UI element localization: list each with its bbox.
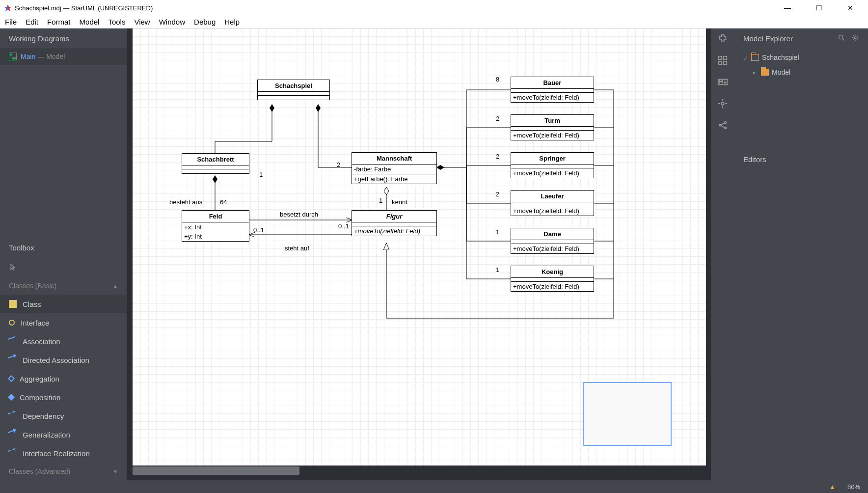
tool-aggregation[interactable]: Aggregation (0, 369, 127, 388)
grid-icon[interactable] (717, 55, 728, 66)
class-feld[interactable]: Feld +x: Int+y: Int (182, 210, 249, 242)
zoom-level[interactable]: 80% (847, 483, 860, 491)
svg-rect-5 (724, 61, 727, 64)
generalization-icon (8, 430, 18, 440)
tool-class[interactable]: Class (0, 295, 127, 313)
search-icon[interactable] (838, 34, 845, 43)
association-icon (8, 336, 18, 347)
tool-generalization[interactable]: Generalization (0, 425, 127, 444)
menu-file[interactable]: File (5, 18, 17, 26)
menu-model[interactable]: Model (80, 18, 100, 26)
canvas-wrap: Schachspiel Schachbrett Mannschaft -farb… (127, 28, 734, 480)
mult-label: 2 (496, 191, 499, 198)
menu-tools[interactable]: Tools (108, 18, 125, 26)
tool-interface[interactable]: Interface (0, 313, 127, 332)
model-tree: ◿ Schachspiel ▸ Model (734, 48, 868, 82)
svg-point-11 (839, 35, 843, 39)
svg-point-9 (725, 122, 727, 124)
diagram-canvas[interactable]: Schachspiel Schachbrett Mannschaft -farb… (133, 28, 706, 466)
assoc-label: steht auf (285, 245, 309, 252)
expand-icon[interactable]: ◿ (743, 55, 748, 60)
cursor-icon (9, 263, 17, 271)
svg-rect-2 (719, 56, 722, 59)
class-mannschaft[interactable]: Mannschaft -farbe: Farbe +getFarbe(): Fa… (352, 152, 437, 184)
class-dame[interactable]: Dame +moveTo(zielfeld: Feld) (511, 228, 594, 254)
mult-label: 64 (220, 198, 227, 206)
mult-label: 2 (337, 161, 340, 168)
svg-point-10 (725, 127, 727, 129)
mult-label: 1 (496, 266, 499, 274)
horizontal-scrollbar[interactable] (133, 466, 299, 475)
extension-icon[interactable] (717, 33, 728, 44)
tool-composition[interactable]: Composition (0, 388, 127, 407)
svg-point-8 (719, 124, 721, 126)
tool-select[interactable] (0, 257, 127, 277)
tool-interface-realization[interactable]: Interface Realization (0, 444, 127, 463)
tool-directed-association[interactable]: Directed Association (0, 351, 127, 369)
warning-icon[interactable]: ▲ (829, 483, 836, 491)
minimap[interactable] (583, 382, 672, 446)
menu-debug[interactable]: Debug (194, 18, 216, 26)
share-icon[interactable] (717, 120, 728, 131)
directed-association-icon (8, 355, 18, 365)
mult-label: 1 (379, 197, 382, 204)
interface-icon (9, 320, 15, 326)
aggregation-icon (8, 375, 15, 382)
class-laeufer[interactable]: Laeufer +moveTo(zielfeld: Feld) (511, 190, 594, 216)
class-koenig[interactable]: Koenig +moveTo(zielfeld: Feld) (511, 266, 594, 292)
close-button[interactable]: ✕ (841, 4, 860, 12)
class-icon (9, 300, 17, 308)
svg-rect-4 (719, 61, 722, 64)
svg-rect-3 (724, 56, 727, 59)
toolbox-header: Toolbox (0, 238, 127, 257)
gear-icon[interactable] (851, 34, 859, 43)
model-explorer-header: Model Explorer (743, 34, 793, 43)
left-panel: Working Diagrams Main — Model Toolbox Cl… (0, 28, 127, 480)
menu-help[interactable]: Help (224, 18, 240, 26)
menu-view[interactable]: View (134, 18, 150, 26)
working-diagram-item[interactable]: Main — Model (0, 48, 127, 65)
package-icon (751, 54, 759, 61)
tree-root[interactable]: ◿ Schachspiel (734, 50, 868, 65)
svg-point-7 (721, 102, 724, 105)
chevron-up-icon: ▲ (113, 283, 118, 289)
menu-format[interactable]: Format (47, 18, 71, 26)
svg-point-12 (854, 37, 856, 39)
toolbox-section-advanced[interactable]: Classes (Advanced)▼ (0, 463, 127, 480)
minimize-button[interactable]: — (778, 4, 797, 12)
mult-label: 2 (496, 153, 499, 160)
class-bauer[interactable]: Bauer +moveTo(zielfeld: Feld) (511, 77, 594, 103)
title-text: Schachspiel.mdj — StarUML (UNREGISTERED) (15, 4, 153, 12)
mult-label: 0..1 (338, 222, 349, 230)
menu-window[interactable]: Window (159, 18, 185, 26)
editors-header: Editors (734, 150, 868, 170)
tool-association[interactable]: Association (0, 332, 127, 351)
assoc-label: besteht aus (169, 198, 202, 206)
assoc-label: besetzt durch (280, 211, 318, 218)
mult-label: 2 (496, 115, 499, 122)
titlebar: Schachspiel.mdj — StarUML (UNREGISTERED)… (0, 0, 868, 16)
mult-label: 1 (496, 228, 499, 236)
menu-edit[interactable]: Edit (26, 18, 38, 26)
toolbox-section-basic[interactable]: Classes (Basic)▲ (0, 277, 127, 295)
class-springer[interactable]: Springer +moveTo(zielfeld: Feld) (511, 152, 594, 178)
class-schachspiel[interactable]: Schachspiel (257, 80, 330, 100)
class-turm[interactable]: Turm +moveTo(zielfeld: Feld) (511, 114, 594, 140)
tree-model[interactable]: ▸ Model (734, 65, 868, 80)
chevron-down-icon: ▼ (113, 469, 118, 474)
working-diagram-name: Main (21, 53, 35, 60)
center-icon[interactable] (717, 98, 728, 109)
composition-icon (8, 394, 15, 401)
tool-dependency[interactable]: Dependency (0, 407, 127, 425)
menubar: File Edit Format Model Tools View Window… (0, 16, 868, 28)
class-schachbrett[interactable]: Schachbrett (182, 153, 249, 174)
app-logo-icon (4, 4, 12, 12)
working-diagrams-header: Working Diagrams (0, 28, 127, 48)
right-panel: Model Explorer ◿ Schachspiel ▸ Model Edi… (734, 28, 868, 480)
markdown-icon[interactable] (717, 77, 728, 87)
class-figur[interactable]: Figur +moveTo(zielfeld: Feld) (352, 210, 437, 236)
mult-label: 8 (496, 76, 499, 83)
expand-icon[interactable]: ▸ (753, 70, 758, 75)
interface-realization-icon (8, 448, 18, 459)
maximize-button[interactable]: ☐ (809, 4, 829, 12)
